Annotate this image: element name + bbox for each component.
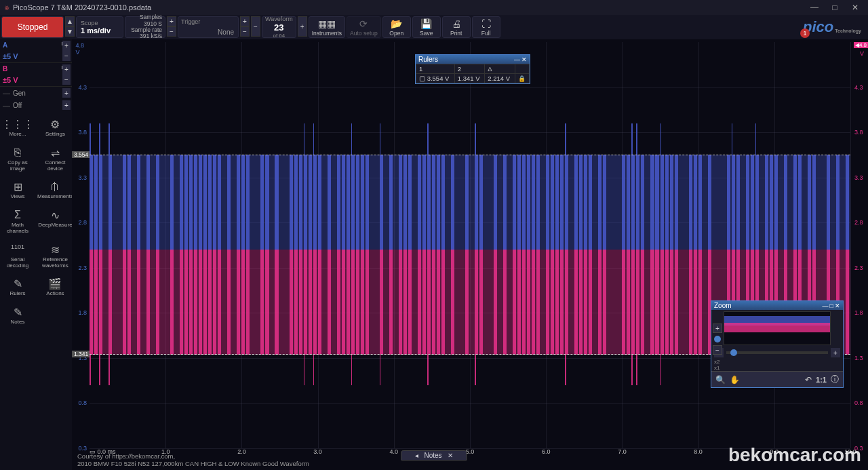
- save-icon: 💾: [420, 18, 432, 29]
- zoom-horizontal-controls[interactable]: − +: [711, 347, 843, 359]
- rulers-button[interactable]: ✎Rulers: [0, 273, 35, 301]
- minimize-icon[interactable]: —: [514, 56, 520, 63]
- channel-b-control[interactable]: B DCx1 ±5 V +−: [0, 63, 72, 87]
- zoom-in-v[interactable]: +: [713, 324, 722, 333]
- rulers-panel-header[interactable]: Rulers —✕: [416, 55, 530, 64]
- zoom-panel-header[interactable]: Zoom —□✕: [711, 301, 843, 310]
- views-icon: ⊞: [14, 180, 22, 193]
- minimize-button[interactable]: —: [804, 0, 825, 15]
- notes-tab[interactable]: ◂Notes✕: [401, 450, 467, 461]
- channel-b-stepper[interactable]: +−: [62, 64, 71, 85]
- caliper-icon: ⫛: [50, 180, 60, 193]
- more-button[interactable]: ⋮⋮⋮More...: [0, 114, 35, 142]
- left-sidebar: A DCx1 ±5 V +− B DCx1 ±5 V +− —Gen + —Of…: [0, 39, 72, 470]
- run-stop-button[interactable]: Stopped: [1, 16, 64, 38]
- zoom-out-v[interactable]: −: [713, 345, 722, 355]
- close-icon[interactable]: ✕: [835, 302, 840, 309]
- actions-button[interactable]: 🎬Actions: [36, 273, 75, 301]
- connect-device-button[interactable]: ⇌Connect device: [36, 142, 75, 176]
- settings-button[interactable]: ⚙Settings: [36, 114, 75, 142]
- maximize-button[interactable]: □: [825, 0, 845, 15]
- app-icon: ⨳: [3, 3, 10, 12]
- zoom-info-icon[interactable]: ⓘ: [831, 374, 839, 385]
- zoom-h-thumb[interactable]: [730, 349, 737, 356]
- zoom-in-h[interactable]: +: [831, 348, 840, 357]
- lock-icon[interactable]: 🔒: [515, 74, 529, 83]
- window-titlebar: ⨳ PicoScope 7 T&M 20240723-0010.psdata —…: [0, 0, 868, 15]
- math-channels-button[interactable]: ΣMath channels: [0, 205, 35, 239]
- zoom-factor-label: x2x1: [711, 359, 843, 371]
- y-axis-left: 4.8V 4.33.83.32.82.31.81.30.80.33.5541.3…: [72, 42, 88, 448]
- note-icon: ✎: [14, 306, 22, 318]
- zoom-toolbar: 🔍 ✋ ↶ 1:1 ⓘ: [711, 371, 843, 387]
- open-button[interactable]: 📂 Open: [382, 16, 411, 38]
- channel-b-marker[interactable]: ◀4.8: [854, 42, 868, 48]
- usb-icon: ⇌: [51, 146, 60, 159]
- gen-plus[interactable]: +: [62, 88, 71, 98]
- close-icon[interactable]: ✕: [448, 452, 453, 459]
- zoom-v-thumb[interactable]: [714, 336, 721, 342]
- ruler-handle[interactable]: 3.554: [72, 151, 90, 158]
- zoom-vertical-controls[interactable]: + −: [713, 324, 722, 355]
- sample-info: Samples 3910 S Sample rate 391 kS/s: [125, 16, 165, 38]
- rulers-panel[interactable]: Rulers —✕ 12Δ ▢ 3.554 V1.341 V2.214 V🔒: [415, 54, 530, 84]
- instruments-icon: ▦▦: [318, 18, 336, 29]
- measurements-button[interactable]: ⫛Measurements: [36, 176, 75, 204]
- folder-open-icon: 📂: [391, 18, 402, 29]
- ruler-icon: ✎: [14, 277, 22, 290]
- clapper-icon: 🎬: [48, 277, 62, 290]
- print-icon: 🖨: [452, 18, 461, 29]
- zoom-magnify-tool[interactable]: 🔍: [715, 375, 726, 385]
- autosetup-icon: ⟳: [359, 18, 368, 29]
- wave-icon: ∿: [51, 209, 60, 221]
- channel-off-control[interactable]: —Off +: [0, 99, 72, 111]
- trigger-control[interactable]: Trigger None: [178, 16, 239, 38]
- deepmeasure-button[interactable]: ∿DeepMeasure: [36, 205, 75, 239]
- close-icon[interactable]: ✕: [521, 56, 527, 63]
- close-button[interactable]: ✕: [845, 0, 865, 15]
- copy-image-button[interactable]: ⎘Copy as image: [0, 142, 35, 176]
- channel-a-control[interactable]: A DCx1 ±5 V +−: [0, 39, 72, 63]
- waveform-counter[interactable]: Waveform 23 of 64: [262, 16, 296, 38]
- ruler-handle[interactable]: 1.341: [72, 351, 90, 357]
- views-button[interactable]: ⊞Views: [0, 176, 35, 204]
- notification-badge[interactable]: 1: [800, 28, 810, 38]
- minimize-icon[interactable]: —: [823, 302, 829, 309]
- copy-icon: ⎘: [14, 146, 21, 159]
- fullscreen-icon: ⛶: [481, 18, 491, 29]
- zoom-panel[interactable]: Zoom —□✕ + − − + x2x1 🔍 ✋ ↶ 1:1 ⓘ: [711, 300, 844, 388]
- print-button[interactable]: 🖨 Print: [442, 16, 471, 38]
- zoom-undo[interactable]: ↶: [805, 375, 812, 385]
- signal-gen-control[interactable]: —Gen +: [0, 87, 72, 99]
- zoom-pan-tool[interactable]: ✋: [730, 375, 740, 385]
- zoom-overview[interactable]: [724, 311, 831, 345]
- zoom-reset[interactable]: 1:1: [816, 376, 827, 384]
- brand-logo: picoTechnology: [803, 16, 867, 38]
- save-button[interactable]: 💾 Save: [412, 16, 441, 38]
- status-stepper[interactable]: ▲▼: [65, 16, 75, 37]
- off-plus[interactable]: +: [62, 100, 71, 110]
- binary-icon: 1101: [11, 243, 24, 256]
- refwave-icon: ≋: [51, 243, 60, 256]
- serial-decoding-button[interactable]: 1101Serial decoding: [0, 239, 35, 273]
- waveform-plot[interactable]: 4.8V 4.33.83.32.82.31.81.30.80.33.5541.3…: [72, 39, 868, 470]
- reference-waveforms-button[interactable]: ≋Reference waveforms: [36, 239, 75, 273]
- fullscreen-button[interactable]: ⛶ Full: [472, 16, 500, 38]
- window-title: PicoScope 7 T&M 20240723-0010.psdata: [13, 3, 804, 12]
- timebase-control[interactable]: Scope 1 ms/div: [76, 16, 123, 38]
- trigger-stepper[interactable]: +−: [240, 16, 250, 37]
- maximize-icon[interactable]: □: [830, 302, 833, 309]
- notes-button[interactable]: ✎Notes: [0, 302, 35, 330]
- main-toolbar: Stopped ▲▼ Scope 1 ms/div Samples 3910 S…: [0, 15, 868, 39]
- sigma-icon: Σ: [14, 209, 21, 221]
- instruments-button[interactable]: ▦▦ Instruments: [309, 16, 345, 38]
- grid-icon: ⋮⋮⋮: [1, 118, 34, 130]
- channel-a-stepper[interactable]: +−: [62, 41, 71, 61]
- autosetup-button[interactable]: ⟳ Auto setup: [347, 16, 381, 38]
- watermark: bekomcar.com: [728, 444, 861, 466]
- y-axis-right: ◀4.8 V 4.33.83.32.82.31.81.30.80.3: [852, 42, 868, 448]
- gear-icon: ⚙: [50, 118, 60, 130]
- waveform-next[interactable]: +: [298, 16, 307, 37]
- waveform-prev[interactable]: −: [251, 16, 260, 37]
- timebase-stepper[interactable]: +−: [167, 16, 176, 37]
